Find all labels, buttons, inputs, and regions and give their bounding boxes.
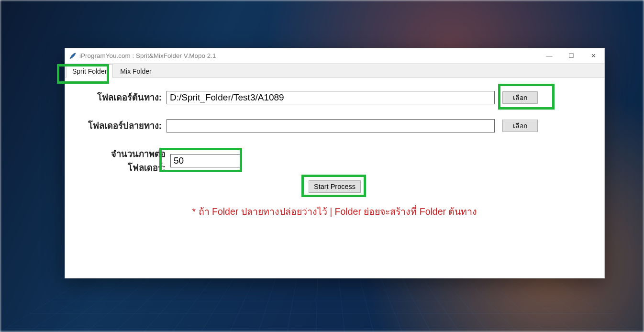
maximize-icon: ☐ [568, 52, 574, 59]
window-title: iProgramYou.com : Sprit&MixFolder V.Mopo… [79, 52, 216, 59]
label-source: โฟลเดอร์ต้นทาง: [74, 90, 162, 104]
label-dest: โฟลเดอร์ปลายทาง: [74, 119, 162, 133]
input-images-per-folder[interactable] [170, 154, 241, 167]
feather-icon [69, 52, 77, 60]
center-block: Start Process * ถ้า Folder ปลายทางปล่อยว… [74, 180, 596, 219]
row-source: โฟลเดอร์ต้นทาง: เลือก [74, 90, 596, 104]
minimize-icon: — [546, 52, 553, 59]
tab-bar: Sprit Folder Mix Folder [65, 64, 604, 78]
titlebar[interactable]: iProgramYou.com : Sprit&MixFolder V.Mopo… [65, 48, 604, 64]
browse-source-button[interactable]: เลือก [502, 91, 538, 104]
app-window: iProgramYou.com : Sprit&MixFolder V.Mopo… [65, 48, 605, 278]
close-icon: ✕ [591, 52, 596, 59]
start-process-button[interactable]: Start Process [309, 180, 361, 193]
maximize-button[interactable]: ☐ [560, 48, 582, 63]
input-source-folder[interactable] [167, 91, 495, 104]
tab-content: โฟลเดอร์ต้นทาง: เลือก โฟลเดอร์ปลายทาง: เ… [65, 78, 604, 228]
row-count: จำนวนภาพต่อโฟลเดอร์: [74, 147, 596, 175]
browse-dest-button[interactable]: เลือก [502, 120, 538, 132]
tab-mix-folder[interactable]: Mix Folder [114, 64, 157, 77]
row-dest: โฟลเดอร์ปลายทาง: เลือก [74, 119, 596, 133]
label-count: จำนวนภาพต่อโฟลเดอร์: [74, 147, 166, 175]
minimize-button[interactable]: — [538, 48, 560, 63]
tab-sprit-folder[interactable]: Sprit Folder [66, 64, 113, 78]
input-dest-folder[interactable] [167, 119, 495, 133]
note-text: * ถ้า Folder ปลายทางปล่อยว่างไว้ | Folde… [74, 204, 596, 219]
close-button[interactable]: ✕ [582, 48, 604, 63]
